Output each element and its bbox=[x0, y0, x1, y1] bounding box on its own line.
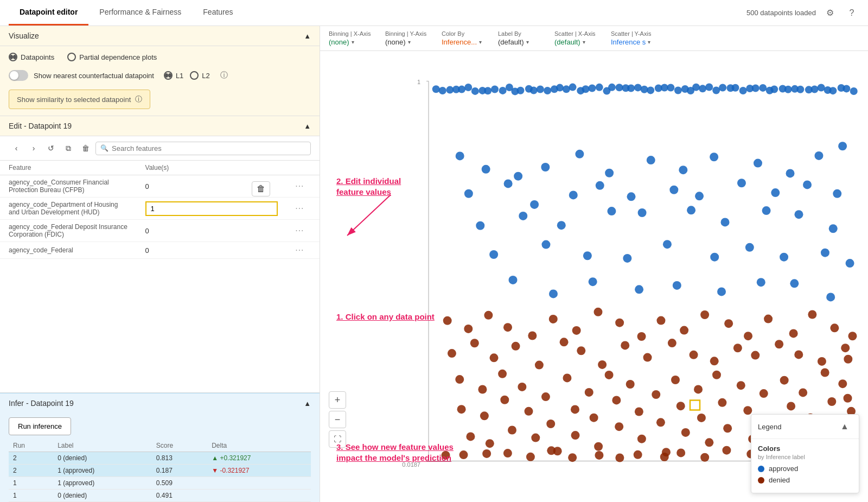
label-by-value: (default) bbox=[498, 38, 524, 46]
similarity-button[interactable]: Show similarity to selected datapoint ⓘ bbox=[9, 90, 150, 109]
svg-point-16 bbox=[499, 87, 507, 94]
svg-point-162 bbox=[818, 357, 826, 366]
binning-y-select[interactable]: (none) ▾ bbox=[385, 38, 429, 46]
scatter-y-select[interactable]: Inference s ▾ bbox=[611, 38, 654, 46]
svg-point-130 bbox=[549, 315, 558, 323]
visualize-collapse-icon: ▲ bbox=[304, 32, 311, 40]
svg-point-48 bbox=[705, 84, 713, 91]
svg-text:0.0187: 0.0187 bbox=[402, 461, 420, 468]
svg-point-132 bbox=[593, 308, 602, 316]
svg-point-82 bbox=[814, 151, 823, 160]
svg-point-127 bbox=[484, 311, 493, 320]
more-options-btn[interactable]: ··· bbox=[295, 245, 304, 255]
tab-performance-fairness[interactable]: Performance & Fairness bbox=[88, 0, 192, 26]
svg-point-101 bbox=[687, 206, 695, 214]
back-button[interactable]: ‹ bbox=[9, 141, 24, 156]
more-options-btn[interactable]: ··· bbox=[295, 204, 304, 213]
svg-point-34 bbox=[616, 84, 623, 91]
svg-point-100 bbox=[638, 208, 647, 217]
l1l2-info-icon[interactable]: ⓘ bbox=[216, 68, 232, 83]
infer-delta: ▼ -0.321927 bbox=[207, 465, 311, 477]
left-panel: Visualize ▲ Datapoints Partial dependenc… bbox=[0, 26, 320, 502]
history-button[interactable]: ↺ bbox=[43, 141, 59, 156]
search-input[interactable] bbox=[112, 144, 306, 152]
radio-l2-circle bbox=[190, 71, 199, 80]
zoom-in-button[interactable]: + bbox=[329, 391, 346, 409]
feature-name-cell: agency_code_Consumer Financial Protectio… bbox=[0, 175, 137, 198]
infer-row: 1 1 (approved) 0.509 bbox=[9, 477, 311, 490]
legend-header: Legend ▲ bbox=[751, 415, 859, 439]
infer-title: Infer - Datapoint 19 bbox=[9, 399, 74, 408]
svg-point-78 bbox=[679, 166, 687, 174]
svg-point-185 bbox=[457, 405, 466, 414]
svg-point-69 bbox=[843, 85, 850, 92]
label-by-select[interactable]: (default) ▾ bbox=[498, 38, 541, 46]
selected-marker bbox=[690, 401, 700, 410]
svg-point-211 bbox=[594, 442, 603, 451]
svg-point-195 bbox=[676, 402, 685, 410]
radio-l1[interactable]: L1 bbox=[164, 71, 183, 80]
svg-point-217 bbox=[723, 424, 732, 433]
binning-x-value: (none) bbox=[329, 38, 349, 46]
svg-point-102 bbox=[721, 218, 730, 226]
svg-point-161 bbox=[794, 350, 803, 359]
svg-point-192 bbox=[612, 396, 621, 404]
svg-point-27 bbox=[569, 84, 577, 91]
search-icon: 🔍 bbox=[100, 144, 108, 152]
svg-point-141 bbox=[789, 329, 798, 338]
feature-value-input[interactable] bbox=[145, 201, 278, 216]
color-by-select[interactable]: Inference... ▾ bbox=[442, 38, 485, 46]
more-options-btn[interactable]: ··· bbox=[295, 226, 304, 235]
legend-collapse-button[interactable]: ▲ bbox=[837, 419, 852, 434]
svg-point-83 bbox=[838, 142, 847, 150]
settings-button[interactable]: ⚙ bbox=[822, 5, 838, 21]
svg-point-194 bbox=[656, 418, 665, 427]
counterfactual-toggle[interactable] bbox=[9, 70, 28, 81]
radio-datapoints[interactable]: Datapoints bbox=[9, 53, 54, 61]
svg-point-182 bbox=[821, 368, 829, 377]
scatter-y-label: Scatter | Y-Axis bbox=[611, 30, 654, 37]
svg-point-166 bbox=[478, 385, 487, 394]
help-button[interactable]: ? bbox=[844, 5, 859, 21]
svg-point-106 bbox=[489, 250, 498, 259]
radio-partial-label: Partial dependence plots bbox=[79, 53, 157, 61]
forward-button[interactable]: › bbox=[26, 141, 41, 156]
delete-button[interactable]: 🗑 bbox=[78, 141, 93, 156]
zoom-out-button[interactable]: − bbox=[329, 411, 346, 428]
visualize-header[interactable]: Visualize ▲ bbox=[0, 26, 320, 46]
svg-point-29 bbox=[582, 85, 590, 93]
tab-datapoint-editor[interactable]: Datapoint editor bbox=[9, 0, 88, 26]
infer-label: 0 (denied) bbox=[53, 452, 152, 465]
copy-button[interactable]: ⧉ bbox=[61, 141, 76, 156]
fullscreen-button[interactable]: ⛶ bbox=[329, 430, 346, 448]
radio-partial[interactable]: Partial dependence plots bbox=[67, 53, 157, 61]
scatter-x-select[interactable]: (default) ▾ bbox=[554, 38, 598, 46]
svg-point-31 bbox=[596, 84, 603, 91]
infer-col-header: Score bbox=[152, 440, 207, 452]
tab-features[interactable]: Features bbox=[192, 0, 244, 26]
svg-point-145 bbox=[448, 349, 456, 358]
svg-point-208 bbox=[531, 434, 540, 442]
infer-label: 1 (approved) bbox=[53, 477, 152, 490]
run-inference-button[interactable]: Run inference bbox=[9, 417, 71, 435]
svg-point-207 bbox=[508, 425, 516, 434]
svg-point-153 bbox=[621, 341, 629, 350]
more-options-btn[interactable]: ··· bbox=[295, 181, 304, 190]
binning-x-select[interactable]: (none) ▾ bbox=[329, 38, 372, 46]
svg-point-60 bbox=[784, 86, 792, 93]
chart-area[interactable]: 0.0187 1 + − ⛶ bbox=[320, 51, 868, 502]
infer-row: 2 1 (approved) 0.187 ▼ -0.321927 bbox=[9, 465, 311, 477]
infer-header[interactable]: Infer - Datapoint 19 ▲ bbox=[0, 393, 320, 413]
svg-point-62 bbox=[796, 86, 804, 93]
map-controls: + − ⛶ bbox=[329, 391, 346, 448]
delete-icon[interactable]: 🗑 bbox=[257, 184, 265, 193]
svg-point-94 bbox=[803, 180, 812, 189]
svg-point-159 bbox=[751, 351, 760, 360]
infer-col-header: Delta bbox=[207, 440, 311, 452]
legend-colors-subtitle: by Inference label bbox=[758, 454, 852, 460]
radio-l2[interactable]: L2 bbox=[190, 71, 209, 80]
feature-value-cell[interactable]: 🗑 bbox=[137, 198, 287, 220]
nav-right: 500 datapoints loaded ⚙ ? bbox=[746, 5, 859, 21]
svg-point-165 bbox=[455, 375, 464, 384]
svg-point-46 bbox=[692, 84, 700, 91]
